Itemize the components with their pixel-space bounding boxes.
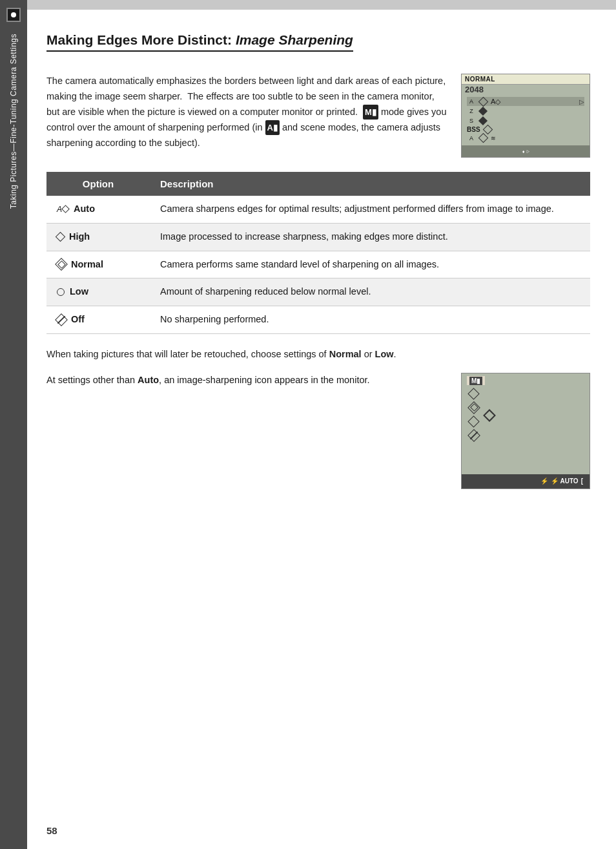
table-row: High Image processed to increase sharpne… xyxy=(46,223,590,251)
sidebar: Taking Pictures—Fine-Tuning Camera Setti… xyxy=(0,0,27,849)
body-text-1-bold2: Low xyxy=(375,349,394,359)
auto-description: Camera sharpens edges for optimal result… xyxy=(150,196,590,223)
intro-text: The camera automatically emphasizes the … xyxy=(46,74,448,158)
normal-icon xyxy=(57,260,66,269)
high-label: High xyxy=(69,230,90,244)
top-decoration-bar xyxy=(27,0,616,10)
low-label: Low xyxy=(70,285,88,299)
flash-icon: ⚡ xyxy=(540,477,548,485)
page-title: Making Edges More Distinct: Image Sharpe… xyxy=(46,32,353,52)
cs-diamond-2 xyxy=(478,107,488,116)
option-cell-off: Off xyxy=(46,306,150,334)
table-row: Low Amount of sharpening reduced below n… xyxy=(46,278,590,306)
intro-section: The camera automatically emphasizes the … xyxy=(46,74,590,158)
cs-normal-label: NORMAL xyxy=(465,76,495,83)
table-row: A Auto Camera sharpens edges for optimal… xyxy=(46,196,590,223)
col-option-header: Option xyxy=(46,172,150,196)
monitor-section: At settings other than Auto, an image-sh… xyxy=(46,373,590,489)
body-text-1-pre: When taking pictures that will later be … xyxy=(46,349,329,359)
cs-row-5: A ≋ xyxy=(467,134,584,143)
high-icon xyxy=(56,232,66,242)
monitor-M-icon: M▮ xyxy=(469,377,482,385)
monitor-bottom-bracket: [ xyxy=(581,477,583,485)
camera-mode-icon xyxy=(6,8,21,22)
body-text-1-post: . xyxy=(394,349,396,359)
option-cell-low: Low xyxy=(46,278,150,306)
page-title-main: Making Edges More Distinct: xyxy=(46,32,236,47)
table-row: Off No sharpening performed. xyxy=(46,306,590,334)
low-description: Amount of sharpening reduced below norma… xyxy=(150,278,590,306)
option-cell-inner-high: High xyxy=(57,230,139,244)
intro-paragraph: The camera automatically emphasizes the … xyxy=(46,74,448,151)
cs-icon-5: A xyxy=(467,134,476,143)
cs-icon-2: Z xyxy=(467,107,476,116)
cs-row-3: S xyxy=(467,116,584,125)
options-table: Option Description A Auto Camera sharpen… xyxy=(46,172,590,334)
monitor-bottom-bar: ⚡ ⚡ AUTO [ xyxy=(462,474,590,488)
option-cell-inner-normal: Normal xyxy=(57,258,139,272)
off-description: No sharpening performed. xyxy=(150,306,590,334)
option-cell-inner-low: Low xyxy=(57,285,139,299)
monitor-bottom-auto: ⚡ AUTO xyxy=(551,477,579,485)
normal-label: Normal xyxy=(71,258,103,272)
cs-diamond-1 xyxy=(478,97,489,107)
mode-icon-A: A▮ xyxy=(265,120,280,135)
main-content: Making Edges More Distinct: Image Sharpe… xyxy=(27,0,616,849)
monitor-icon-3 xyxy=(467,415,479,427)
cs-row-2: Z xyxy=(467,107,584,116)
body-text-2-pre: At settings other than xyxy=(46,375,138,385)
sidebar-dot xyxy=(11,12,16,17)
option-cell-inner-off: Off xyxy=(57,313,139,327)
cs-icon-3: S xyxy=(467,116,476,125)
col-description-header: Description xyxy=(150,172,590,196)
monitor-icon-4 xyxy=(469,431,478,440)
cs-squiggle: ≋ xyxy=(491,135,496,142)
cs-bottom-bar: ⬧ ▷ xyxy=(462,145,590,157)
monitor-icons-col xyxy=(469,390,478,440)
auto-label: Auto xyxy=(74,202,95,216)
cs-menu-area: A A◇ ▷ Z S BSS xyxy=(462,94,590,145)
table-header-row: Option Description xyxy=(46,172,590,196)
cs-diamond-3 xyxy=(478,116,488,125)
monitor-selected-icon xyxy=(485,411,494,422)
body-text-2-bold: Auto xyxy=(138,375,159,385)
auto-diamond xyxy=(61,205,70,214)
cs-row-1: A A◇ ▷ xyxy=(467,97,584,106)
mode-icon-M: M▮ xyxy=(363,105,378,120)
page-number: 58 xyxy=(46,825,57,836)
cs-icon-4: BSS xyxy=(467,126,480,133)
body-text-1-bold1: Normal xyxy=(329,349,362,359)
cs-label-1: A◇ xyxy=(491,98,500,106)
auto-icon: A xyxy=(57,204,68,215)
normal-description: Camera performs same standard level of s… xyxy=(150,251,590,278)
monitor-text: At settings other than Auto, an image-sh… xyxy=(46,373,448,388)
option-cell-inner-auto: A Auto xyxy=(57,202,139,216)
high-description: Image processed to increase sharpness, m… xyxy=(150,223,590,251)
monitor-mode-label: M▮ xyxy=(467,376,485,385)
body-text-1: When taking pictures that will later be … xyxy=(46,347,590,362)
cs-bottom-arrow: ⬧ ▷ xyxy=(522,148,530,154)
page-title-italic: Image Sharpening xyxy=(236,32,353,47)
low-icon xyxy=(57,288,65,296)
monitor-icon-2 xyxy=(469,403,478,412)
camera-screen-inner: NORMAL 2048 A A◇ ▷ Z S xyxy=(462,74,590,157)
cs-diamond-5 xyxy=(478,133,489,143)
cs-top-bar: NORMAL xyxy=(462,74,590,85)
table-row: Normal Camera performs same standard lev… xyxy=(46,251,590,278)
off-icon xyxy=(57,315,66,324)
monitor-floating-diamond xyxy=(483,409,496,422)
camera-screen-image: NORMAL 2048 A A◇ ▷ Z S xyxy=(461,74,590,158)
sidebar-label: Taking Pictures—Fine-Tuning Camera Setti… xyxy=(9,34,18,209)
cs-number: 2048 xyxy=(462,85,590,94)
cs-arrow-1: ▷ xyxy=(579,98,584,105)
cs-icon-1: A xyxy=(467,97,476,106)
option-cell-normal: Normal xyxy=(46,251,150,278)
body-text-1-mid: or xyxy=(362,349,375,359)
body-text-2-post: , an image-sharpening icon appears in th… xyxy=(159,375,369,385)
monitor-icon-1 xyxy=(467,388,479,399)
option-cell-high: High xyxy=(46,223,150,251)
monitor-image: M▮ ⚡ ⚡ AUTO [ xyxy=(461,373,590,489)
off-label: Off xyxy=(71,313,85,327)
option-cell-auto: A Auto xyxy=(46,196,150,223)
cs-row-4: BSS xyxy=(467,126,584,133)
